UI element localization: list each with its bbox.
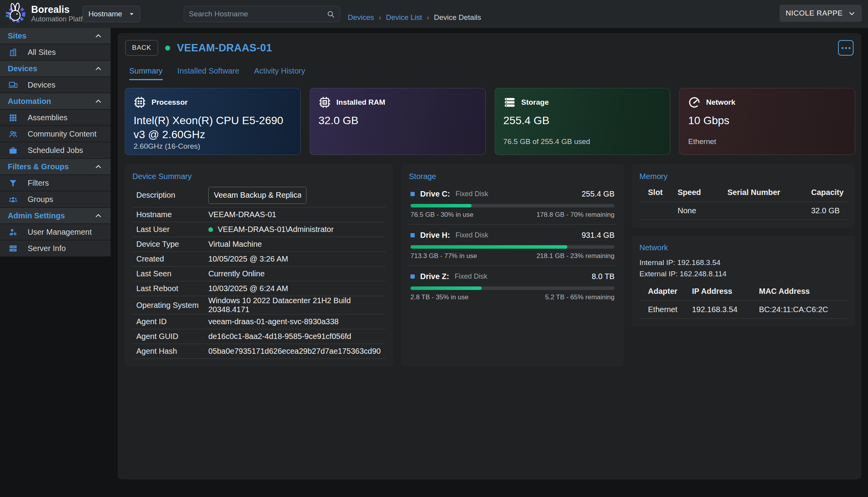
sidebar-item-icon	[9, 179, 18, 188]
detail-panels: Device Summary Description Hostname VEEA…	[125, 164, 855, 367]
sidebar-item-icon	[9, 113, 18, 122]
drive-used-text: 713.3 GB - 77% in use	[410, 252, 477, 260]
network-col-adapter: Adapter	[639, 287, 692, 296]
sidebar-item-icon	[9, 48, 18, 57]
right-column: Memory Slot Speed Serial Number Capacity…	[632, 164, 855, 367]
panel-title: Storage	[409, 172, 616, 181]
row-value: veeam-draas-01-agent-svc-8930a338	[208, 317, 339, 326]
sidebar-section-devices: Devices Devices	[0, 61, 111, 93]
summary-row: Agent ID veeam-draas-01-agent-svc-8930a3…	[132, 314, 386, 329]
sidebar-item-icon	[9, 244, 18, 253]
sidebar-header-filters-groups[interactable]: Filters & Groups	[0, 159, 111, 175]
row-label: Last Reboot	[136, 284, 208, 293]
section-label: Devices	[8, 64, 37, 73]
hostname-filter-select[interactable]: Hostname	[83, 6, 140, 22]
row-value: VEEAM-DRAAS-01	[208, 210, 276, 219]
device-header: BACK VEEAM-DRAAS-01	[125, 40, 855, 56]
sidebar-item[interactable]: All Sites	[0, 44, 111, 61]
memory-speed: None	[678, 206, 727, 215]
storage-value: 255.4 GB	[504, 114, 662, 128]
drive-remaining-text: 178.8 GB - 70% remaining	[537, 211, 614, 219]
network-col-ip: IP Address	[692, 287, 759, 296]
search-input[interactable]	[189, 10, 327, 18]
breadcrumb-separator: ›	[379, 13, 381, 22]
sidebar-item[interactable]: Scheduled Jobs	[0, 142, 111, 159]
row-label: Agent ID	[136, 317, 208, 326]
drive-bullet-icon	[410, 233, 415, 237]
ellipsis-icon	[849, 47, 850, 49]
chevron-up-icon	[95, 65, 102, 72]
tab[interactable]: Activity History	[254, 67, 305, 80]
tab[interactable]: Summary	[129, 67, 163, 80]
tab[interactable]: Installed Software	[178, 67, 239, 80]
sidebar-header-sites[interactable]: Sites	[0, 28, 111, 44]
section-label: Admin Settings	[8, 211, 65, 220]
sidebar-item[interactable]: Devices	[0, 77, 111, 93]
chevron-up-icon	[95, 212, 102, 220]
sidebar-item[interactable]: Server Info	[0, 241, 111, 257]
memory-col-speed: Speed	[678, 188, 727, 197]
adapter-mac: BC:24:11:CA:C6:2C	[759, 305, 847, 314]
back-button[interactable]: BACK	[125, 40, 158, 56]
panel-title: Device Summary	[132, 172, 386, 181]
drive-usage-bar	[410, 245, 614, 249]
description-input[interactable]	[208, 187, 306, 204]
storage-panel: Storage Drive C: Fixed Disk 255.4 GB	[401, 164, 624, 367]
device-tabs: Summary Installed Software Activity Hist…	[129, 67, 855, 80]
row-label: Created	[136, 255, 208, 263]
overview-cards: Processor Intel(R) Xeon(R) CPU E5-2690 v…	[125, 88, 855, 155]
sidebar-item[interactable]: User Management	[0, 224, 111, 241]
top-bar: Borealis Automation Platform Hostname De…	[0, 0, 868, 28]
sidebar-item[interactable]: Community Content	[0, 126, 111, 142]
adapter-ip: 192.168.3.54	[692, 305, 759, 314]
drive-usage-fill	[410, 204, 472, 207]
sidebar-header-automation[interactable]: Automation	[0, 93, 111, 110]
drive-bullet-icon	[410, 274, 415, 279]
sidebar-item[interactable]: Assemblies	[0, 110, 111, 126]
drive-name: Drive C:	[420, 190, 450, 198]
breadcrumb-device-list[interactable]: Device List	[386, 13, 422, 22]
sidebar: Sites All Sites Devices Devices Automati…	[0, 28, 111, 257]
summary-row: Last Seen Currently Online	[132, 267, 386, 281]
drive-row: Drive C: Fixed Disk 255.4 GB 76.5 GB - 3…	[409, 183, 616, 225]
sidebar-item-label: Assemblies	[28, 113, 67, 122]
user-online-dot	[208, 227, 213, 232]
user-menu-button[interactable]: NICOLE RAPPE	[780, 5, 862, 22]
memory-serial	[727, 206, 811, 215]
drive-name: Drive Z:	[420, 272, 449, 281]
ram-value: 32.0 GB	[319, 114, 477, 128]
sidebar-section-admin: Admin Settings User Management Server In…	[0, 208, 111, 257]
cpu-icon	[134, 96, 146, 109]
network-card: Network 10 Gbps Ethernet	[679, 88, 855, 155]
speed-gauge-icon	[688, 96, 701, 109]
sidebar-header-devices[interactable]: Devices	[0, 61, 111, 77]
memory-row: None 32.0 GB	[639, 202, 847, 220]
chevron-up-icon	[95, 32, 102, 40]
installed-ram-card: Installed RAM 32.0 GB	[310, 88, 486, 155]
panel-title: Network	[639, 243, 847, 252]
more-actions-button[interactable]	[838, 40, 854, 56]
row-label: Device Type	[136, 240, 208, 249]
drive-usage-bar	[410, 286, 614, 290]
external-ip: External IP: 162.248.8.114	[639, 268, 847, 279]
drive-remaining-text: 5.2 TB - 65% remaining	[545, 293, 614, 301]
card-title: Network	[706, 98, 735, 107]
breadcrumb-current: Device Details	[434, 13, 481, 22]
row-label: Last Seen	[136, 269, 208, 278]
row-label: Operating System	[136, 301, 208, 310]
internal-ip: Internal IP: 192.168.3.54	[639, 257, 847, 268]
sidebar-header-admin[interactable]: Admin Settings	[0, 208, 111, 224]
sidebar-item-label: Server Info	[28, 244, 66, 253]
processor-card: Processor Intel(R) Xeon(R) CPU E5-2690 v…	[125, 88, 301, 155]
sidebar-section-automation: Automation Assemblies Community Content …	[0, 93, 111, 159]
row-value: Virtual Machine	[208, 240, 262, 249]
card-title: Processor	[151, 98, 188, 107]
memory-col-slot: Slot	[639, 188, 678, 197]
sidebar-item-icon	[9, 195, 18, 204]
breadcrumb-devices[interactable]: Devices	[348, 13, 374, 22]
sidebar-item[interactable]: Groups	[0, 191, 111, 208]
ellipsis-icon	[842, 47, 843, 49]
sidebar-item[interactable]: Filters	[0, 175, 111, 191]
row-label: Hostname	[136, 210, 208, 219]
hostname-search[interactable]	[184, 6, 340, 22]
